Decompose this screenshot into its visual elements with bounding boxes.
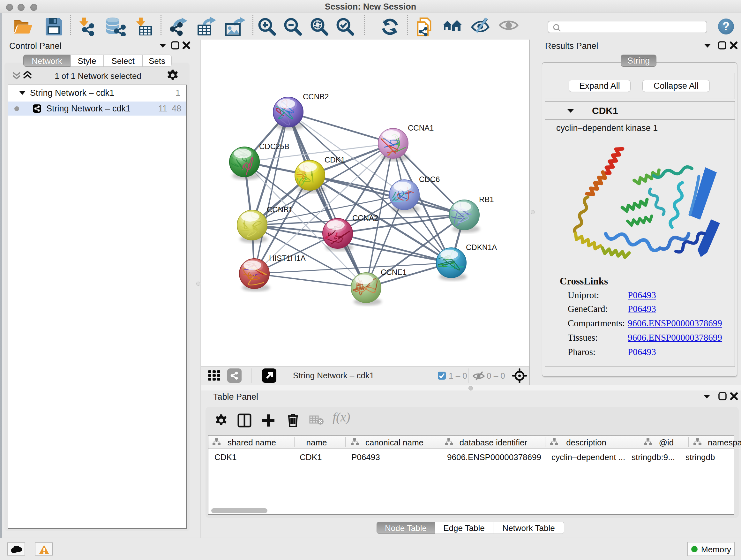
- svg-text:CCNA1: CCNA1: [408, 124, 434, 132]
- svg-text:CDKN1A: CDKN1A: [466, 243, 497, 252]
- svg-text:CCNE1: CCNE1: [381, 268, 407, 276]
- svg-text:RB1: RB1: [479, 195, 494, 204]
- svg-text:CDK1: CDK1: [325, 155, 345, 164]
- svg-text:CCNB1: CCNB1: [267, 205, 293, 214]
- svg-text:HIST1H1A: HIST1H1A: [269, 254, 306, 262]
- svg-text:CCNB2: CCNB2: [303, 92, 329, 101]
- svg-text:CDC25B: CDC25B: [259, 142, 289, 151]
- svg-text:CDC6: CDC6: [419, 175, 440, 184]
- svg-text:CCNA2: CCNA2: [352, 213, 378, 222]
